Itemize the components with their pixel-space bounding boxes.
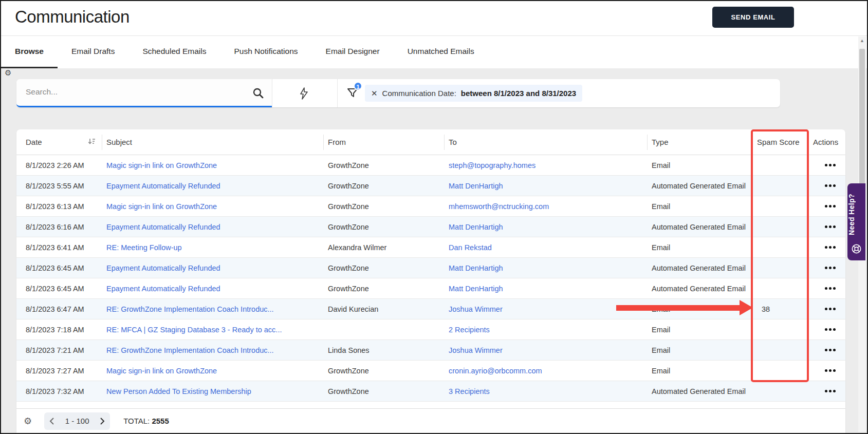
table-row: 8/1/2023 6:47 AMRE: GrowthZone Implement… xyxy=(16,299,845,319)
row-from: GrowthZone xyxy=(324,387,445,395)
tab-email-drafts[interactable]: Email Drafts xyxy=(58,36,128,68)
row-actions-ellipsis-icon[interactable] xyxy=(813,164,836,166)
pagination-bar: ⚙ 1 - 100 TOTAL: 2555 xyxy=(16,408,845,433)
subject-link[interactable]: RE: GrowthZone Implementation Coach Intr… xyxy=(102,346,324,354)
row-from: GrowthZone xyxy=(324,367,445,375)
table-row: 8/1/2023 5:55 AMEpayment Automatically R… xyxy=(16,176,845,196)
row-actions-ellipsis-icon[interactable] xyxy=(813,369,836,372)
column-header-to[interactable]: To xyxy=(445,135,648,150)
quick-actions-lightning-icon[interactable] xyxy=(298,87,309,102)
recipient-link[interactable]: Matt DenHartigh xyxy=(445,182,648,190)
recipient-link[interactable]: 2 Recipients xyxy=(445,326,648,334)
recipient-link[interactable]: mhemsworth@nctrucking.com xyxy=(445,202,648,211)
recipient-link[interactable]: Joshua Wimmer xyxy=(445,346,648,354)
row-date: 8/1/2023 6:45 AM xyxy=(16,264,102,272)
pagination-settings-gear-icon[interactable]: ⚙ xyxy=(24,417,32,426)
recipient-link[interactable]: Matt DenHartigh xyxy=(445,223,648,231)
row-actions-ellipsis-icon[interactable] xyxy=(813,349,836,351)
subject-link[interactable]: Epayment Automatically Refunded xyxy=(102,182,324,190)
column-header-actions[interactable]: Actions xyxy=(809,135,845,150)
tab-email-designer[interactable]: Email Designer xyxy=(312,36,394,68)
row-from: GrowthZone xyxy=(324,264,445,272)
row-type: Automated Generated Email xyxy=(648,182,753,190)
row-actions-ellipsis-icon[interactable] xyxy=(813,267,836,269)
row-date: 8/1/2023 7:27 AM xyxy=(16,367,102,375)
grid-settings-gear-icon[interactable]: ⚙ xyxy=(5,69,11,77)
row-date: 8/1/2023 5:55 AM xyxy=(16,182,102,190)
row-actions-ellipsis-icon[interactable] xyxy=(813,184,836,187)
total-value: 2555 xyxy=(152,417,169,425)
recipient-link[interactable]: Matt DenHartigh xyxy=(445,264,648,272)
recipient-link[interactable]: Dan Rekstad xyxy=(445,243,648,252)
subject-link[interactable]: RE: MFCA | GZ Staging Database 3 - Ready… xyxy=(102,326,324,334)
row-date: 8/1/2023 6:16 AM xyxy=(16,223,102,231)
row-date: 8/1/2023 7:21 AM xyxy=(16,346,102,354)
row-actions-ellipsis-icon[interactable] xyxy=(813,390,836,392)
row-type: Email xyxy=(648,161,753,169)
row-actions-ellipsis-icon[interactable] xyxy=(813,246,836,249)
sort-descending-icon[interactable] xyxy=(88,135,96,150)
table-row: 8/1/2023 7:21 AMRE: GrowthZone Implement… xyxy=(16,340,845,361)
scrollbar-thumb[interactable] xyxy=(859,49,865,203)
recipient-link[interactable]: cronin.ayrio@orbcomm.com xyxy=(445,367,648,375)
subject-link[interactable]: RE: GrowthZone Implementation Coach Intr… xyxy=(102,305,324,313)
pagination-control: 1 - 100 xyxy=(44,412,110,430)
column-header-subject[interactable]: Subject xyxy=(102,135,324,150)
search-input[interactable] xyxy=(26,79,247,105)
search-icon[interactable] xyxy=(252,87,264,101)
subject-link[interactable]: New Person Added To Existing Membership xyxy=(102,387,324,395)
table-row: 8/1/2023 6:45 AMEpayment Automatically R… xyxy=(16,278,845,299)
recipient-link[interactable]: 3 Recipients xyxy=(445,387,648,395)
page-title: Communication xyxy=(15,7,130,27)
column-header-date[interactable]: Date xyxy=(16,135,102,150)
subject-link[interactable]: Epayment Automatically Refunded xyxy=(102,285,324,293)
tab-bar: BrowseEmail DraftsScheduled EmailsPush N… xyxy=(1,35,867,68)
recipient-link[interactable]: steph@topography.homes xyxy=(445,161,648,169)
send-email-button[interactable]: SEND EMAIL xyxy=(712,7,794,28)
filter-chip-value: between 8/1/2023 and 8/31/2023 xyxy=(461,89,576,98)
row-from: David Kurecian xyxy=(324,305,445,313)
need-help-tab[interactable]: Need Help? xyxy=(847,183,865,260)
row-from: GrowthZone xyxy=(324,202,445,211)
tab-browse[interactable]: Browse xyxy=(1,36,58,68)
row-actions-ellipsis-icon[interactable] xyxy=(813,328,836,331)
search-toolbar: 1 ✕ Communication Date: between 8/1/2023… xyxy=(16,79,780,107)
subject-link[interactable]: Epayment Automatically Refunded xyxy=(102,223,324,231)
table-row: 8/1/2023 6:13 AMMagic sign-in link on Gr… xyxy=(16,196,845,217)
row-actions-ellipsis-icon[interactable] xyxy=(813,308,836,310)
previous-page-chevron-icon[interactable] xyxy=(49,418,54,425)
row-from: Alexandra Wilmer xyxy=(324,243,445,252)
column-header-spam-score[interactable]: Spam Score xyxy=(753,135,809,150)
subject-link[interactable]: Magic sign-in link on GrowthZone xyxy=(102,202,324,211)
search-field-zone xyxy=(16,79,272,107)
lifebuoy-icon xyxy=(851,243,862,256)
table-row: 8/1/2023 7:27 AMMagic sign-in link on Gr… xyxy=(16,361,845,381)
subject-link[interactable]: RE: Meeting Follow-up xyxy=(102,243,324,252)
row-type: Email xyxy=(648,367,753,375)
row-actions-ellipsis-icon[interactable] xyxy=(813,225,836,228)
scrollbar-up-arrow-icon[interactable]: ▲ xyxy=(858,39,866,43)
row-actions-ellipsis-icon[interactable] xyxy=(813,287,836,290)
row-type: Email xyxy=(648,305,753,313)
table-row: 8/1/2023 6:45 AMEpayment Automatically R… xyxy=(16,258,845,278)
subject-link[interactable]: Magic sign-in link on GrowthZone xyxy=(102,367,324,375)
row-type: Automated Generated Email xyxy=(648,285,753,293)
tab-scheduled-emails[interactable]: Scheduled Emails xyxy=(128,36,220,68)
remove-filter-icon[interactable]: ✕ xyxy=(371,89,378,97)
subject-link[interactable]: Epayment Automatically Refunded xyxy=(102,264,324,272)
next-page-chevron-icon[interactable] xyxy=(100,418,105,425)
recipient-link[interactable]: Matt DenHartigh xyxy=(445,285,648,293)
row-date: 8/1/2023 7:32 AM xyxy=(16,387,102,395)
tab-push-notifications[interactable]: Push Notifications xyxy=(220,36,311,68)
row-from: GrowthZone xyxy=(324,285,445,293)
recipient-link[interactable]: Joshua Wimmer xyxy=(445,305,648,313)
tab-unmatched-emails[interactable]: Unmatched Emails xyxy=(394,36,488,68)
row-actions-ellipsis-icon[interactable] xyxy=(813,205,836,207)
row-date: 8/1/2023 6:41 AM xyxy=(16,243,102,252)
row-type: Automated Generated Email xyxy=(648,223,753,231)
app-header: Communication SEND EMAIL xyxy=(1,1,867,35)
filter-count-badge: 1 xyxy=(354,82,362,90)
subject-link[interactable]: Magic sign-in link on GrowthZone xyxy=(102,161,324,169)
column-header-from[interactable]: From xyxy=(324,135,445,150)
column-header-type[interactable]: Type xyxy=(648,135,753,150)
